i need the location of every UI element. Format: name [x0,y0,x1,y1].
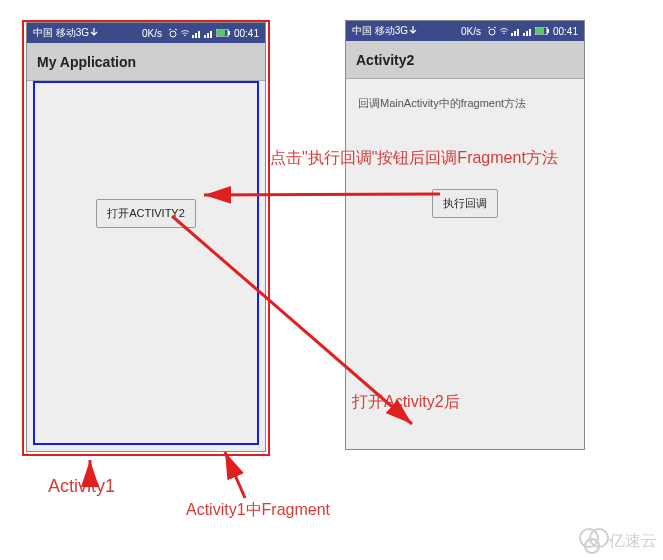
svg-rect-20 [536,28,544,34]
svg-point-12 [503,33,505,35]
signal-bars-icon-2 [204,28,214,38]
battery-icon [216,29,230,37]
battery-icon [535,27,549,35]
svg-rect-10 [228,31,230,35]
network-speed: 0K/s [142,28,162,39]
svg-rect-14 [514,31,516,36]
alarm-clock-icon [487,26,497,36]
wifi-icon [499,26,509,36]
watermark-logo-icon [579,528,605,554]
svg-line-25 [225,452,245,498]
svg-rect-3 [195,33,197,38]
annotation-after-open: 打开Activity2后 [352,392,460,413]
annotation-click-callback: 点击"执行回调"按钮后回调Fragment方法 [270,148,655,169]
watermark-text: 亿速云 [609,531,657,552]
svg-rect-13 [511,33,513,36]
wifi-icon [180,28,190,38]
appbar-activity1: My Application [27,43,265,81]
svg-rect-4 [198,31,200,38]
alarm-clock-icon [168,28,178,38]
callback-message-text: 回调MainActivity中的fragment方法 [358,97,526,109]
svg-rect-21 [547,29,549,33]
svg-rect-15 [517,29,519,36]
svg-point-11 [489,29,495,35]
phone-screen-activity2: 中国 移动3G 0K/s 00:41 Activity2 回调MainActiv… [345,20,585,450]
phone-screen-activity1: 中国 移动3G 0K/s 00:41 My Application 打开ACTI… [26,22,266,452]
statusbar: 中国 移动3G 0K/s 00:41 [27,23,265,43]
annotation-fragment-label: Activity1中Fragment [186,500,330,521]
clock-text: 00:41 [553,26,578,37]
open-activity2-button[interactable]: 打开ACTIVITY2 [96,199,196,228]
svg-rect-5 [204,35,206,38]
signal-bars-icon-2 [523,26,533,36]
do-callback-button[interactable]: 执行回调 [432,189,498,218]
clock-text: 00:41 [234,28,259,39]
statusbar: 中国 移动3G 0K/s 00:41 [346,21,584,41]
appbar-activity2: Activity2 [346,41,584,79]
content-activity1: 打开ACTIVITY2 [27,81,265,451]
watermark: 亿速云 [579,528,657,554]
signal-bars-icon [511,26,521,36]
annotation-activity1-label: Activity1 [48,476,115,497]
network-speed: 0K/s [461,26,481,37]
svg-rect-6 [207,33,209,38]
appbar-title: Activity2 [356,52,414,68]
carrier-text: 中国 移动3G [33,26,89,40]
carrier-text: 中国 移动3G [352,24,408,38]
svg-rect-17 [526,31,528,36]
svg-rect-9 [217,30,225,36]
svg-rect-2 [192,35,194,38]
signal-bars-icon [192,28,202,38]
download-icon [89,28,99,38]
svg-point-1 [184,35,186,37]
svg-rect-7 [210,31,212,38]
svg-point-0 [170,31,176,37]
appbar-title: My Application [37,54,136,70]
download-icon [408,26,418,36]
svg-rect-18 [529,29,531,36]
svg-rect-16 [523,33,525,36]
